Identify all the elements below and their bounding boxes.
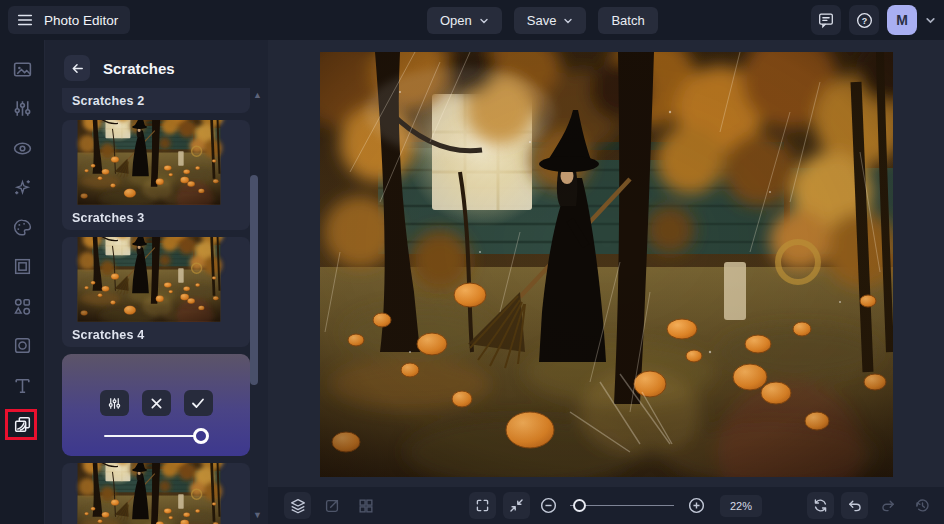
open-label: Open xyxy=(440,13,472,28)
account-menu-button[interactable] xyxy=(925,15,936,26)
save-label: Save xyxy=(527,13,557,28)
zoom-slider-knob[interactable] xyxy=(573,499,586,512)
fullscreen-icon xyxy=(474,497,491,514)
save-button[interactable]: Save xyxy=(514,7,587,34)
toolbar-zoom-group: 22% xyxy=(469,492,762,519)
grid-icon xyxy=(357,497,375,515)
rail-item-artsy[interactable] xyxy=(10,215,34,239)
shapes-icon xyxy=(12,296,33,317)
back-button[interactable] xyxy=(64,55,90,81)
zoom-in-button[interactable] xyxy=(685,492,707,519)
rail-item-graphics[interactable] xyxy=(10,294,34,318)
overlay-list: Scratches 2 Scratches 3 Scratches 4 xyxy=(62,88,250,524)
list-item-scratches-5[interactable] xyxy=(62,463,250,524)
zoom-out-button[interactable] xyxy=(537,492,559,519)
refresh-button[interactable] xyxy=(807,492,834,519)
undo-icon xyxy=(846,497,863,514)
file-actions: Open Save Batch xyxy=(427,7,658,34)
list-item-label: Scratches 4 xyxy=(62,322,250,347)
refresh-icon xyxy=(812,497,829,514)
palette-icon xyxy=(12,217,33,238)
eye-icon xyxy=(12,138,33,159)
canvas-grid-button[interactable] xyxy=(352,492,379,519)
svg-text:?: ? xyxy=(861,15,867,25)
selected-overlay-actions xyxy=(100,390,213,416)
overlay-opacity-slider[interactable] xyxy=(104,428,208,444)
rail-item-effects[interactable] xyxy=(10,176,34,200)
resize-icon xyxy=(323,497,341,515)
avatar[interactable]: M xyxy=(887,5,917,35)
panel-title: Scratches xyxy=(103,60,175,77)
open-button[interactable]: Open xyxy=(427,7,502,34)
list-item-scratches-3[interactable]: Scratches 3 xyxy=(62,120,250,230)
reset-history-button[interactable] xyxy=(909,492,936,519)
batch-button[interactable]: Batch xyxy=(598,7,657,34)
app-menu-button[interactable]: Photo Editor xyxy=(8,6,130,34)
rail-item-touchup[interactable] xyxy=(10,136,34,160)
rail-item-textures[interactable] xyxy=(10,334,34,358)
fullscreen-button[interactable] xyxy=(469,492,496,519)
feedback-button[interactable] xyxy=(811,5,841,35)
sparkles-icon xyxy=(12,177,33,198)
toolbar-history-group xyxy=(807,492,936,519)
overlay-settings-button[interactable] xyxy=(100,390,129,416)
panel-header: Scratches xyxy=(45,40,268,91)
resize-button[interactable] xyxy=(318,492,345,519)
thumbnail-image xyxy=(62,237,250,322)
bottom-toolbar: 22% xyxy=(268,487,944,524)
redo-button[interactable] xyxy=(875,492,902,519)
texture-icon xyxy=(12,335,33,356)
thumbnail-image xyxy=(62,463,250,524)
help-button[interactable]: ? xyxy=(849,5,879,35)
settings-sliders-icon xyxy=(107,396,122,411)
zoom-percent[interactable]: 22% xyxy=(720,495,762,517)
adjust-sliders-icon xyxy=(12,98,33,119)
toolbar-left-group xyxy=(284,492,379,519)
layers-button[interactable] xyxy=(284,492,311,519)
cancel-icon xyxy=(150,397,163,410)
image-icon xyxy=(12,59,33,80)
rail-item-frames[interactable] xyxy=(10,255,34,279)
help-icon: ? xyxy=(855,11,874,30)
layers-icon xyxy=(289,497,307,515)
list-item-label: Scratches 2 xyxy=(62,88,250,113)
redo-icon xyxy=(880,497,897,514)
canvas-image[interactable] xyxy=(320,52,893,477)
checkmark-icon xyxy=(191,396,205,410)
app-title: Photo Editor xyxy=(44,13,118,28)
hamburger-icon xyxy=(16,11,34,29)
scroll-down-arrow[interactable]: ▼ xyxy=(253,510,262,520)
tool-rail xyxy=(0,40,45,524)
zoom-in-icon xyxy=(687,496,706,515)
rail-item-adjust[interactable] xyxy=(10,97,34,121)
list-item-scratches-4[interactable]: Scratches 4 xyxy=(62,237,250,347)
overlay-apply-button[interactable] xyxy=(184,390,213,416)
panel-scrollbar[interactable] xyxy=(250,175,258,385)
rail-item-edit[interactable] xyxy=(10,57,34,81)
scroll-up-arrow[interactable]: ▲ xyxy=(253,90,262,100)
avatar-initial: M xyxy=(896,12,908,28)
undo-button[interactable] xyxy=(841,492,868,519)
slider-knob[interactable] xyxy=(193,428,209,444)
rail-item-text[interactable] xyxy=(10,373,34,397)
top-bar: Photo Editor Open Save Batch xyxy=(0,0,944,40)
zoom-slider[interactable] xyxy=(570,499,674,513)
rail-item-overlays[interactable] xyxy=(10,413,34,437)
arrow-left-icon xyxy=(70,61,85,76)
topbar-right: ? M xyxy=(811,5,936,35)
selected-overlay-card xyxy=(62,354,250,456)
fit-to-screen-icon xyxy=(508,497,525,514)
scratches-panel: Scratches Scratches 2 Scratches 3 Scratc… xyxy=(45,40,268,524)
list-item-scratches-2[interactable]: Scratches 2 xyxy=(62,88,250,113)
text-icon xyxy=(12,375,33,396)
frame-icon xyxy=(12,256,33,277)
overlay-cancel-button[interactable] xyxy=(142,390,171,416)
chat-icon xyxy=(817,11,835,29)
canvas-area: 22% xyxy=(268,40,944,524)
zoom-percent-value: 22% xyxy=(730,500,752,512)
batch-label: Batch xyxy=(611,13,644,28)
overlays-icon xyxy=(12,414,33,435)
fit-to-screen-button[interactable] xyxy=(503,492,530,519)
zoom-out-icon xyxy=(539,496,558,515)
chevron-down-icon xyxy=(479,16,489,26)
